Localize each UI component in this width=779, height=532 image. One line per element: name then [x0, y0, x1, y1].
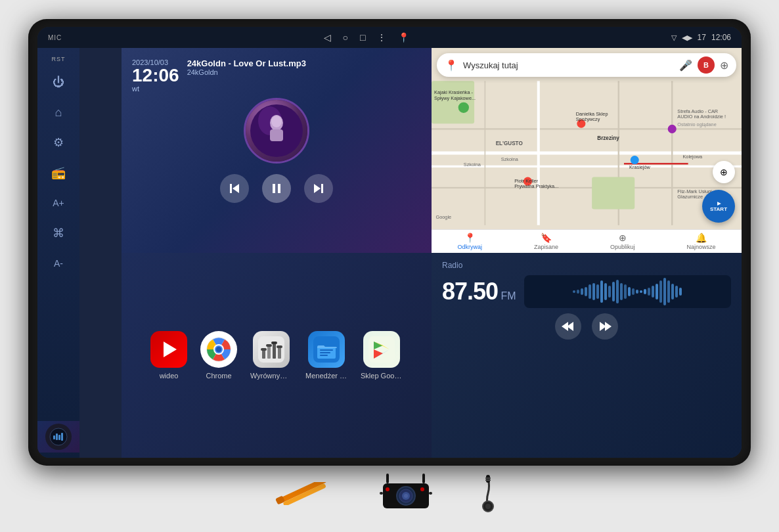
radio-controls — [442, 313, 731, 340]
equalizer-icon — [253, 331, 290, 368]
radio-bar — [667, 280, 670, 303]
zapisane-label: Zapisane — [534, 244, 558, 250]
radio-bar — [592, 283, 595, 300]
volume-icon: ◀▶ — [682, 33, 692, 42]
svg-rect-16 — [321, 184, 323, 193]
app-item-equalizer[interactable]: Wyrównywa... — [250, 331, 292, 380]
app-item-chrome[interactable]: Chrome — [200, 331, 237, 380]
map-tab-zapisane[interactable]: 🔖 Zapisane — [534, 233, 558, 250]
start-button[interactable]: ▶ START — [702, 190, 735, 223]
svg-rect-68 — [320, 349, 333, 351]
radio-bar — [604, 283, 607, 300]
svg-point-32 — [668, 125, 677, 133]
app-item-playstore[interactable]: Sklep Googl... — [361, 331, 403, 380]
opublikuj-label: Opublikuj — [610, 244, 635, 250]
music-viz-bottom — [37, 421, 79, 453]
svg-rect-62 — [261, 348, 267, 351]
app-label-playstore: Sklep Googl... — [361, 372, 403, 380]
zapisane-icon: 🔖 — [541, 233, 552, 243]
map-bottom-bar: 📍 Odkrywaj 🔖 Zapisane ⊕ Opublikuj 🔔 Najn… — [432, 229, 742, 253]
svg-marker-78 — [562, 322, 568, 331]
app-item-files[interactable]: Menedżer P... — [305, 331, 347, 380]
sidebar-volume-down[interactable]: A- — [45, 250, 72, 277]
app-label-equalizer: Wyrównywa... — [250, 372, 292, 380]
radio-forward-button[interactable] — [592, 313, 618, 340]
svg-rect-12 — [230, 184, 232, 193]
sidebar-radio[interactable]: 📻 — [45, 160, 72, 186]
earphone-item — [472, 474, 504, 513]
radio-bar — [671, 284, 674, 299]
radio-bar — [616, 280, 619, 303]
signal-level: 17 — [698, 33, 706, 42]
nav-maps[interactable]: 📍 — [398, 32, 409, 43]
svg-rect-13 — [273, 184, 275, 193]
svg-rect-85 — [422, 474, 425, 483]
nav-back[interactable]: ◁ — [324, 32, 331, 43]
odkrywaj-label: Odkrywaj — [457, 244, 482, 250]
sidebar-bluetooth[interactable]: ⌘ — [45, 220, 72, 246]
chrome-icon — [200, 331, 237, 368]
start-label: START — [710, 206, 727, 212]
nav-recent[interactable]: □ — [360, 32, 365, 43]
sidebar-settings[interactable]: ⚙ — [45, 129, 72, 156]
sidebar-power[interactable]: ⏻ — [45, 69, 72, 95]
app-label-wideo: wideo — [160, 372, 179, 380]
svg-text:Ostatnio oglądane: Ostatnio oglądane — [677, 122, 716, 127]
sidebar-home[interactable]: ⌂ — [45, 99, 72, 125]
svg-text:Spożywczy: Spożywczy — [576, 116, 600, 122]
svg-text:Prywatna Praktyka...: Prywatna Praktyka... — [514, 183, 558, 189]
svg-text:Spływy Kajakowe...: Spływy Kajakowe... — [434, 95, 476, 101]
prev-button[interactable] — [220, 174, 249, 203]
odkrywaj-icon: 📍 — [464, 233, 476, 243]
map-tab-opublikuj[interactable]: ⊕ Opublikuj — [610, 233, 635, 250]
radio-frequency: 87.50 — [442, 278, 498, 305]
day-display: wt — [132, 85, 179, 93]
svg-marker-15 — [314, 184, 321, 193]
nav-home[interactable]: ○ — [343, 32, 348, 43]
map-user-icon[interactable]: B — [698, 56, 715, 74]
radio-rewind-button[interactable] — [555, 313, 581, 340]
music-controls — [132, 174, 421, 203]
svg-rect-94 — [429, 492, 432, 495]
svg-rect-99 — [485, 479, 491, 481]
rst-label: RST — [52, 56, 66, 62]
map-search-text[interactable]: Wyszukaj tutaj — [463, 60, 674, 70]
pause-button[interactable] — [262, 174, 291, 203]
date-time: 2023/10/03 12:06 wt — [132, 58, 179, 93]
svg-text:EL'GUSTO: EL'GUSTO — [496, 141, 523, 146]
location-target-icon[interactable]: ⊕ — [720, 59, 728, 72]
map-svg: Kajaki Krasieńka - Spływy Kajakowe... Da… — [432, 77, 742, 229]
svg-rect-69 — [320, 352, 330, 353]
youtube-icon — [150, 331, 187, 368]
main-content: 2023/10/03 12:06 wt 24kGoldn - Love Or L… — [79, 48, 742, 458]
svg-rect-64 — [271, 342, 277, 344]
radio-bar — [624, 284, 627, 299]
song-artist: 24kGoldn — [187, 68, 421, 76]
svg-rect-61 — [278, 347, 281, 359]
map-tab-najnowsze[interactable]: 🔔 Najnowsze — [686, 233, 715, 250]
svg-marker-11 — [233, 184, 239, 193]
map-tab-odkrywaj[interactable]: 📍 Odkrywaj — [457, 233, 482, 250]
pry-tool-item — [275, 482, 340, 505]
svg-text:Google: Google — [436, 214, 452, 220]
najnowsze-icon: 🔔 — [696, 233, 707, 243]
album-art-inner — [246, 100, 307, 162]
svg-rect-9 — [270, 129, 283, 141]
sidebar-volume-up[interactable]: A+ — [45, 190, 72, 216]
screen: MIC ◁ ○ □ ⋮ 📍 ▽ ◀▶ 17 12:06 RST ⏻ ⌂ ⚙ 📻 … — [37, 27, 742, 458]
svg-rect-84 — [386, 474, 389, 483]
app-label-files: Menedżer P... — [305, 372, 347, 380]
next-button[interactable] — [304, 174, 333, 203]
app-item-wideo[interactable]: wideo — [150, 331, 187, 380]
map-search-bar[interactable]: 📍 Wyszukaj tutaj 🎤 B ⊕ — [437, 53, 736, 77]
sidebar: RST ⏻ ⌂ ⚙ 📻 A+ ⌘ A- 📍 — [37, 48, 79, 458]
nav-menu[interactable]: ⋮ — [377, 32, 386, 43]
compass-button[interactable]: ⊕ — [713, 161, 735, 183]
radio-bar — [663, 278, 666, 305]
radio-main: 87.50 FM — [442, 275, 731, 308]
mic-search-icon[interactable]: 🎤 — [679, 59, 692, 72]
apps-widget: wideo — [122, 253, 432, 458]
playstore-icon — [363, 331, 400, 368]
accessories — [275, 474, 504, 513]
radio-bar — [573, 290, 575, 293]
